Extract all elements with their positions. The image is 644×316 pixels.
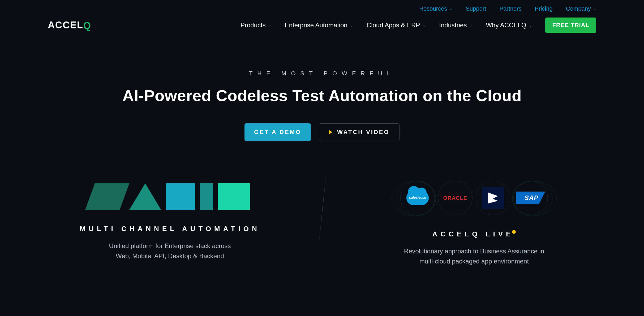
- desc-line: Web, Mobile, API, Desktop & Backend: [116, 252, 224, 259]
- free-trial-button[interactable]: FREE TRIAL: [545, 18, 596, 33]
- desc-line: Revolutionary approach to Business Assur…: [404, 248, 544, 255]
- nav-label: Products: [241, 21, 266, 29]
- live-dot-icon: [512, 230, 516, 234]
- nav-label: Why ACCELQ: [486, 21, 526, 29]
- multi-channel-column: MULTI CHANNEL AUTOMATION Unified platfor…: [69, 181, 271, 267]
- oracle-logo: ORACLE: [438, 181, 473, 215]
- salesforce-text: salesforce: [406, 196, 429, 200]
- brand-text-2: Q: [83, 20, 91, 31]
- accelq-live-title-text: ACCELQ LIVE: [432, 230, 514, 238]
- oracle-text: ORACLE: [443, 195, 467, 201]
- desc-line: Unified platform for Enterprise stack ac…: [109, 242, 231, 249]
- feature-columns: MULTI CHANNEL AUTOMATION Unified platfor…: [0, 181, 644, 267]
- desc-line: multi-cloud packaged app environment: [419, 258, 529, 265]
- sap-text: SAP: [516, 192, 545, 204]
- topnav-label: Support: [466, 5, 486, 12]
- topnav-label: Company: [566, 5, 591, 12]
- chevron-down-icon: ⌄: [593, 7, 596, 11]
- watch-video-label: WATCH VIDEO: [337, 129, 390, 136]
- top-nav: Resources ⌄ Support Partners Pricing Com…: [0, 0, 644, 15]
- multi-channel-shapes-icon: [69, 181, 271, 210]
- nav-label: Enterprise Automation: [285, 21, 347, 29]
- topnav-label: Partners: [499, 5, 521, 12]
- parallelogram-icon: [85, 183, 129, 210]
- topnav-label: Resources: [419, 5, 447, 12]
- nav-enterprise-automation[interactable]: Enterprise Automation ⌄: [285, 21, 353, 29]
- accelq-live-column: salesforce ORACLE SAP ACCELQ LIVE Revolu…: [373, 181, 575, 267]
- column-divider: [318, 173, 326, 252]
- chevron-down-icon: ⌄: [268, 23, 272, 27]
- topnav-label: Pricing: [535, 5, 553, 12]
- topnav-partners[interactable]: Partners: [499, 5, 521, 12]
- chevron-down-icon: ⌄: [529, 23, 532, 27]
- dynamics-mark-icon: [482, 187, 504, 209]
- hero-cta-row: GET A DEMO WATCH VIDEO: [0, 123, 644, 141]
- main-nav: ACCELQ Products ⌄ Enterprise Automation …: [0, 15, 644, 33]
- accelq-live-title: ACCELQ LIVE: [373, 230, 575, 238]
- topnav-pricing[interactable]: Pricing: [535, 5, 553, 12]
- salesforce-cloud-icon: salesforce: [406, 191, 429, 205]
- accelq-live-desc: Revolutionary approach to Business Assur…: [373, 246, 575, 267]
- brand-text-1: ACCEL: [48, 20, 83, 31]
- square-blue-icon: [166, 183, 195, 210]
- hero-section: THE MOST POWERFUL AI-Powered Codeless Te…: [0, 70, 644, 141]
- chevron-down-icon: ⌄: [423, 23, 426, 27]
- sap-logo: SAP: [513, 181, 548, 215]
- nav-products[interactable]: Products ⌄: [241, 21, 272, 29]
- multi-channel-desc: Unified platform for Enterprise stack ac…: [69, 241, 271, 261]
- salesforce-logo: salesforce: [400, 181, 435, 215]
- hero-headline: AI-Powered Codeless Test Automation on t…: [0, 86, 644, 105]
- bar-icon: [200, 183, 213, 210]
- brand-logo[interactable]: ACCELQ: [48, 20, 91, 31]
- nav-industries[interactable]: Industries ⌄: [439, 21, 473, 29]
- topnav-support[interactable]: Support: [466, 5, 486, 12]
- nav-label: Cloud Apps & ERP: [367, 21, 420, 29]
- nav-cloud-apps-erp[interactable]: Cloud Apps & ERP ⌄: [367, 21, 426, 29]
- dynamics-logo: [476, 181, 510, 215]
- chevron-down-icon: ⌄: [350, 23, 353, 27]
- triangle-icon: [129, 183, 161, 210]
- multi-channel-title: MULTI CHANNEL AUTOMATION: [69, 225, 271, 233]
- chevron-down-icon: ⌄: [449, 7, 452, 11]
- play-icon: [329, 130, 332, 135]
- nav-label: Industries: [439, 21, 467, 29]
- square-green-icon: [218, 183, 250, 210]
- partner-logo-row: salesforce ORACLE SAP: [373, 181, 575, 215]
- hero-eyebrow: THE MOST POWERFUL: [0, 70, 644, 77]
- watch-video-button[interactable]: WATCH VIDEO: [319, 123, 400, 141]
- chevron-down-icon: ⌄: [469, 23, 473, 27]
- nav-why-accelq[interactable]: Why ACCELQ ⌄: [486, 21, 532, 29]
- topnav-company[interactable]: Company ⌄: [566, 5, 596, 12]
- main-nav-links: Products ⌄ Enterprise Automation ⌄ Cloud…: [241, 18, 596, 33]
- topnav-resources[interactable]: Resources ⌄: [419, 5, 452, 12]
- get-demo-button[interactable]: GET A DEMO: [244, 123, 311, 141]
